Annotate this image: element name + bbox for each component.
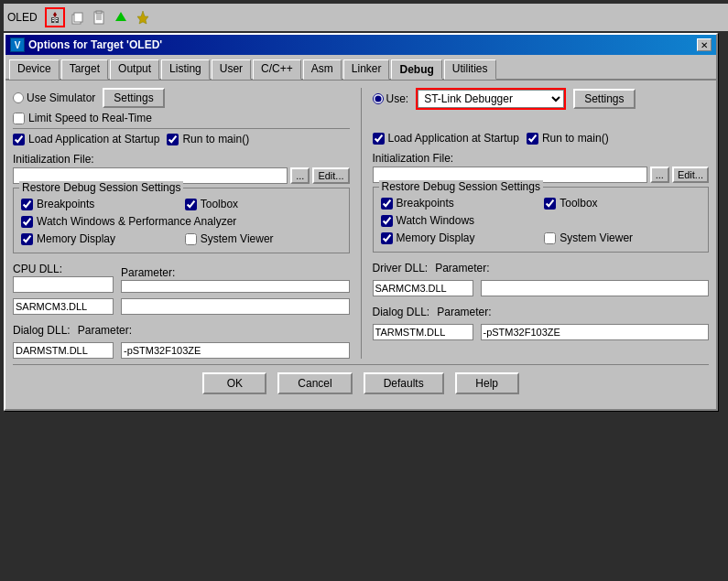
right-restore-title: Restore Debug Session Settings	[379, 180, 543, 193]
simulator-radio[interactable]	[13, 92, 24, 103]
left-checkboxes-grid: Breakpoints Toolbox Watch Windows & Perf…	[21, 198, 342, 247]
left-cpu-param-input[interactable]	[121, 280, 350, 293]
right-breakpoints-checkbox[interactable]	[381, 198, 393, 210]
left-dialog-param-input[interactable]	[121, 342, 350, 359]
left-restore-title: Restore Debug Session Settings	[19, 181, 183, 194]
right-browse-button[interactable]: ...	[650, 167, 669, 183]
toolbar-highlighted-icon[interactable]	[45, 7, 65, 27]
right-toolbox-label: Toolbox	[560, 197, 597, 210]
right-use-label: Use:	[386, 92, 409, 105]
left-load-app-label: Load Application at Startup	[28, 133, 159, 145]
tab-asm[interactable]: Asm	[303, 59, 342, 80]
left-dialog-dll-section: Dialog DLL: Parameter:	[13, 324, 350, 359]
main-columns: Use Simulator Settings Limit Speed to Re…	[13, 88, 709, 359]
right-driver-value-row	[373, 280, 710, 296]
left-browse-button[interactable]: ...	[290, 167, 310, 184]
toolbar-app-label: OLED	[7, 11, 38, 24]
left-column: Use Simulator Settings Limit Speed to Re…	[13, 88, 350, 359]
left-toolbox-row: Toolbox	[185, 198, 342, 210]
right-dialog-dll-section: Dialog DLL: Parameter:	[373, 306, 710, 340]
keil-logo: V	[10, 38, 25, 52]
right-load-row: Load Application at Startup Run to main(…	[373, 132, 710, 146]
tab-target[interactable]: Target	[61, 59, 108, 80]
left-breakpoints-checkbox[interactable]	[21, 199, 33, 210]
svg-rect-4	[56, 20, 58, 21]
right-driver-dll-label: Driver DLL:	[373, 262, 429, 274]
right-breakpoints-row: Breakpoints	[381, 197, 538, 210]
tab-user[interactable]: User	[212, 59, 251, 80]
right-dialog-param-input[interactable]	[481, 324, 710, 340]
dialog-titlebar: V Options for Target 'OLED' ✕	[5, 35, 716, 55]
right-settings-button[interactable]: Settings	[573, 89, 635, 109]
left-sysviewer-label: System Viewer	[201, 232, 274, 245]
right-driver-param-label: Parameter:	[435, 262, 709, 274]
toolbar-magic-icon[interactable]	[133, 7, 153, 27]
limit-speed-checkbox[interactable]	[13, 113, 25, 124]
toolbar-paste-icon[interactable]	[89, 7, 109, 27]
left-cpu-value-row	[13, 298, 350, 315]
right-watch-checkbox[interactable]	[381, 215, 393, 227]
right-use-radio[interactable]	[373, 93, 384, 104]
cancel-button[interactable]: Cancel	[277, 372, 352, 394]
tab-bar: Device Target Output Listing User C/C++ …	[5, 55, 716, 81]
right-sysviewer-checkbox[interactable]	[544, 232, 556, 244]
paste-svg	[92, 10, 106, 25]
dialog-close-button[interactable]: ✕	[697, 38, 712, 51]
right-spacer	[373, 113, 710, 132]
tab-output[interactable]: Output	[110, 59, 159, 80]
debugger-select-container: ST-Link Debugger	[416, 88, 566, 110]
ok-button[interactable]: OK	[202, 372, 266, 394]
svg-rect-1	[52, 18, 54, 19]
left-sysviewer-checkbox[interactable]	[185, 233, 197, 245]
right-dialog-dll-input[interactable]	[373, 324, 473, 340]
left-cpu-dll-param-value-input[interactable]	[121, 298, 350, 315]
magic-svg	[136, 10, 150, 25]
svg-rect-3	[52, 20, 54, 21]
left-edit-button[interactable]: Edit...	[312, 167, 349, 184]
toolbar-green-icon[interactable]	[111, 7, 131, 27]
debugger-select[interactable]: ST-Link Debugger	[418, 90, 564, 108]
right-driver-param-input[interactable]	[481, 280, 710, 296]
green-icon-svg	[114, 10, 128, 25]
left-dialog-dll-param-label: Parameter:	[78, 324, 350, 337]
left-run-main: Run to main()	[167, 133, 249, 145]
left-settings-button[interactable]: Settings	[103, 88, 164, 108]
right-dialog-dll-label: Dialog DLL:	[373, 306, 430, 318]
right-sysviewer-label: System Viewer	[560, 231, 633, 244]
right-edit-button[interactable]: Edit...	[672, 167, 709, 183]
left-dialog-dll-label: Dialog DLL:	[13, 324, 71, 337]
simulator-label: Use Simulator	[27, 91, 95, 104]
left-cpu-dll-input[interactable]	[13, 276, 114, 293]
left-toolbox-checkbox[interactable]	[185, 199, 197, 210]
toolbar-copy-icon[interactable]	[67, 7, 87, 27]
right-memory-checkbox[interactable]	[381, 232, 393, 244]
left-cpu-dll-value-input[interactable]	[13, 298, 114, 315]
left-load-app-checkbox[interactable]	[13, 134, 25, 145]
debug-icon	[48, 10, 62, 25]
left-watch-checkbox[interactable]	[21, 216, 33, 228]
tab-cpp[interactable]: C/C++	[253, 59, 301, 80]
left-restore-group: Restore Debug Session Settings Breakpoin…	[13, 188, 350, 253]
left-load-app: Load Application at Startup	[13, 133, 159, 145]
left-run-main-checkbox[interactable]	[167, 134, 179, 145]
tab-debug[interactable]: Debug	[391, 59, 441, 80]
bottom-bar: OK Cancel Defaults Help	[13, 364, 709, 402]
tab-linker[interactable]: Linker	[343, 59, 390, 80]
tab-listing[interactable]: Listing	[161, 59, 210, 80]
right-driver-dll-input[interactable]	[373, 280, 473, 296]
help-button[interactable]: Help	[455, 372, 519, 394]
tab-utilities[interactable]: Utilities	[444, 59, 496, 80]
left-memory-label: Memory Display	[37, 232, 115, 245]
left-memory-checkbox[interactable]	[21, 233, 33, 245]
right-breakpoints-label: Breakpoints	[397, 197, 454, 210]
right-load-app-checkbox[interactable]	[373, 133, 385, 145]
left-dialog-dll-input[interactable]	[13, 342, 114, 359]
defaults-button[interactable]: Defaults	[364, 372, 444, 394]
right-toolbox-checkbox[interactable]	[544, 198, 556, 210]
vertical-divider	[361, 88, 362, 359]
right-toolbox-row: Toolbox	[544, 197, 701, 210]
right-restore-group: Restore Debug Session Settings Breakpoin…	[373, 187, 710, 253]
right-run-main-checkbox[interactable]	[527, 133, 538, 145]
left-cpu-param-field: Parameter:	[121, 266, 350, 293]
tab-device[interactable]: Device	[9, 59, 60, 80]
